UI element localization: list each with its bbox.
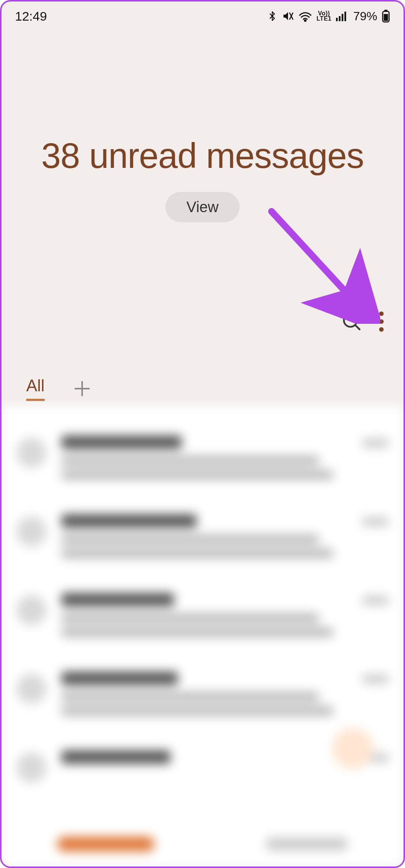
svg-point-12 bbox=[379, 311, 384, 316]
bottom-nav-conversations[interactable] bbox=[57, 837, 154, 852]
status-bar: 12:49 Vo)) LTE1 79% bbox=[2, 1, 404, 31]
search-icon[interactable] bbox=[341, 311, 362, 332]
svg-line-11 bbox=[355, 325, 360, 329]
unread-messages-title: 38 unread messages bbox=[2, 136, 404, 176]
view-button[interactable]: View bbox=[165, 192, 240, 222]
app-screen: 12:49 Vo)) LTE1 79% 38 unread messages V… bbox=[0, 0, 405, 868]
list-item[interactable] bbox=[16, 499, 388, 578]
avatar bbox=[16, 753, 46, 783]
mute-vibrate-icon bbox=[282, 10, 294, 22]
svg-rect-3 bbox=[336, 18, 338, 21]
bottom-nav bbox=[2, 822, 404, 867]
wifi-icon bbox=[298, 10, 312, 22]
conversation-list-blurred bbox=[2, 406, 404, 867]
avatar bbox=[16, 516, 46, 546]
svg-rect-9 bbox=[384, 14, 388, 21]
category-tabs: All bbox=[26, 376, 90, 401]
expanded-header: 38 unread messages View bbox=[2, 31, 404, 222]
compose-fab[interactable] bbox=[332, 728, 374, 769]
avatar bbox=[16, 674, 46, 704]
svg-rect-4 bbox=[339, 16, 340, 21]
bottom-nav-contacts[interactable] bbox=[266, 838, 348, 850]
svg-rect-6 bbox=[344, 12, 346, 21]
svg-point-14 bbox=[379, 327, 384, 332]
status-icons: Vo)) LTE1 79% bbox=[267, 9, 390, 23]
cellular-signal-icon bbox=[336, 11, 347, 21]
list-item[interactable] bbox=[16, 578, 388, 657]
avatar bbox=[16, 595, 46, 625]
svg-point-2 bbox=[304, 20, 306, 21]
more-options-icon[interactable] bbox=[379, 311, 384, 332]
svg-point-13 bbox=[379, 319, 384, 324]
avatar bbox=[16, 438, 46, 468]
status-time: 12:49 bbox=[15, 9, 47, 24]
battery-icon bbox=[382, 10, 390, 22]
list-item[interactable] bbox=[16, 421, 388, 499]
battery-percent: 79% bbox=[353, 9, 377, 23]
volte-indicator: Vo)) LTE1 bbox=[316, 11, 332, 21]
list-item[interactable] bbox=[16, 657, 388, 735]
bluetooth-icon bbox=[267, 10, 278, 22]
svg-rect-5 bbox=[342, 14, 344, 21]
add-category-button[interactable] bbox=[75, 381, 90, 396]
tab-all[interactable]: All bbox=[26, 376, 45, 401]
svg-line-15 bbox=[272, 211, 358, 305]
